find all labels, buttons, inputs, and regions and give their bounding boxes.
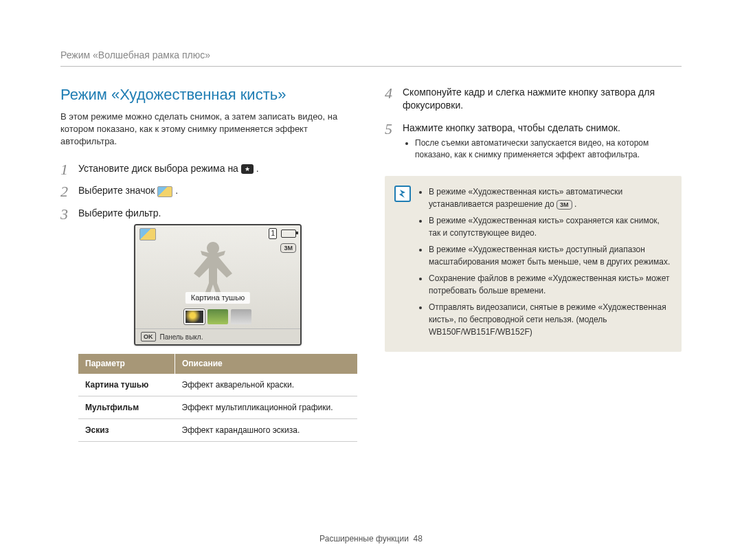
- steps-list-right: Скомпонуйте кадр и слегка нажмите кнопку…: [385, 86, 682, 161]
- left-column: Режим «Художественная кисть» В этом режи…: [60, 86, 357, 451]
- note-1-text-b: .: [574, 199, 576, 209]
- filter-thumb-sketch: [231, 309, 251, 324]
- note-list: В режиме «Художественная кисть» автомати…: [418, 186, 671, 338]
- intro-paragraph: В этом режиме можно сделать снимок, а за…: [60, 111, 357, 148]
- filter-thumbnails: [184, 309, 251, 324]
- step-1-text-a: Установите диск выбора режима на: [78, 163, 241, 174]
- mode-dial-icon: [241, 164, 254, 174]
- step-5-text: Нажмите кнопку затвора, чтобы сделать сн…: [403, 122, 620, 133]
- param-name: Эскиз: [78, 418, 175, 441]
- step-3: Выберите фильтр. 1 3M: [60, 207, 357, 442]
- table-row: Картина тушью Эффект акварельной краски.: [78, 374, 357, 396]
- steps-list-left: Установите диск выбора режима на . Выбер…: [60, 162, 357, 443]
- page-footer: Расширенные функции 48: [0, 534, 742, 544]
- filter-caption: Картина тушью: [186, 292, 250, 304]
- footer-page: 48: [414, 534, 423, 544]
- step-2: Выберите значок .: [60, 184, 357, 197]
- camera-status-right: 1 3M: [269, 228, 296, 253]
- footer-section: Расширенные функции: [319, 534, 409, 544]
- camera-viewport: 1 3M Картина тушью: [135, 225, 300, 328]
- step-4: Скомпонуйте кадр и слегка нажмите кнопку…: [385, 86, 682, 112]
- shot-count: 1: [269, 228, 277, 239]
- param-desc: Эффект акварельной краски.: [175, 374, 358, 396]
- param-name: Мультфильм: [78, 396, 175, 418]
- table-row: Мультфильм Эффект мультипликационной гра…: [78, 396, 357, 418]
- camera-screen-illustration: 1 3M Картина тушью: [134, 224, 302, 346]
- filter-parameters-table: Параметр Описание Картина тушью Эффект а…: [78, 354, 357, 442]
- right-column: Скомпонуйте кадр и слегка нажмите кнопку…: [385, 86, 682, 451]
- resolution-badge: 3M: [280, 243, 296, 253]
- table-row: Эскиз Эффект карандашного эскиза.: [78, 418, 357, 441]
- step-4-text: Скомпонуйте кадр и слегка нажмите кнопку…: [403, 87, 655, 111]
- note-item-5: Отправлять видеозаписи, снятые в режиме …: [429, 301, 671, 338]
- param-desc: Эффект мультипликационной графики.: [175, 396, 358, 418]
- step-5-sub-bullets: После съемки автоматически запускается в…: [403, 137, 682, 161]
- resolution-badge: 3M: [556, 200, 572, 210]
- param-name: Картина тушью: [78, 374, 175, 396]
- step-5-sub1: После съемки автоматически запускается в…: [415, 137, 682, 161]
- table-header-description: Описание: [175, 354, 358, 373]
- table-header-parameter: Параметр: [78, 354, 175, 373]
- note-box: В режиме «Художественная кисть» автомати…: [385, 176, 682, 352]
- note-item-2: В режиме «Художественная кисть» сохраняе…: [429, 214, 671, 239]
- battery-icon: [281, 229, 296, 238]
- step-1-text-b: .: [256, 163, 259, 174]
- breadcrumb: Режим «Волшебная рамка плюс»: [60, 49, 682, 60]
- camera-panel-bar: OK Панель выкл.: [135, 328, 300, 344]
- camera-mode-icon: [139, 228, 156, 240]
- step-5: Нажмите кнопку затвора, чтобы сделать сн…: [385, 122, 682, 161]
- ok-button-label: OK: [141, 332, 156, 341]
- note-item-4: Сохранение файлов в режиме «Художественн…: [429, 272, 671, 297]
- step-2-text-a: Выберите значок: [78, 185, 157, 196]
- filter-thumb-ink: [184, 309, 205, 324]
- note-icon: [394, 186, 411, 202]
- step-2-text-b: .: [175, 185, 178, 196]
- filter-thumb-cartoon: [207, 309, 228, 324]
- brush-mode-icon: [157, 186, 172, 197]
- param-desc: Эффект карандашного эскиза.: [175, 418, 358, 441]
- note-item-1: В режиме «Художественная кисть» автомати…: [429, 186, 671, 210]
- section-title: Режим «Художественная кисть»: [60, 86, 357, 104]
- step-3-text: Выберите фильтр.: [78, 208, 161, 219]
- note-item-3: В режиме «Художественная кисть» доступны…: [429, 243, 671, 268]
- panel-off-label: Панель выкл.: [160, 333, 203, 342]
- note-1-text-a: В режиме «Художественная кисть» автомати…: [429, 187, 622, 209]
- content-columns: Режим «Художественная кисть» В этом режи…: [60, 86, 682, 451]
- step-1: Установите диск выбора режима на .: [60, 162, 357, 175]
- header-divider: [60, 66, 682, 67]
